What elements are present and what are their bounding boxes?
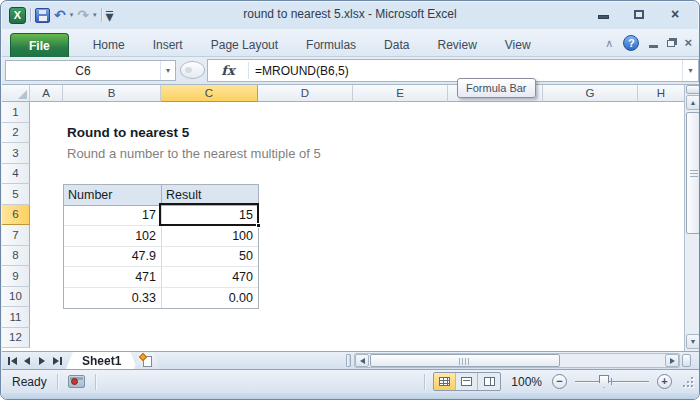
column-header-g[interactable]: G [543,85,638,102]
column-header-a[interactable]: A [30,85,63,102]
minimize-button[interactable] [591,7,615,22]
row-header-9[interactable]: 9 [2,266,30,287]
workbook-close-icon[interactable]: × [684,37,692,49]
header-cell-number[interactable]: Number [64,185,162,206]
tab-scrollbar-splitter[interactable] [346,354,351,367]
row-headers: 1 2 3 4 5 6 7 8 9 10 11 12 [2,102,30,348]
column-header-d[interactable]: D [258,85,353,102]
row-header-11[interactable]: 11 [2,307,30,328]
scroll-right-icon[interactable] [665,354,679,367]
tab-review[interactable]: Review [423,33,490,57]
minimize-ribbon-icon[interactable]: ∧ [605,38,613,49]
vertical-scrollbar[interactable]: ▲ ▼ [684,85,700,351]
formula-bar-splitter[interactable] [180,61,205,79]
zoom-slider[interactable] [575,374,649,389]
workbook-minimize-icon[interactable] [649,45,658,48]
select-all-corner[interactable] [2,85,30,102]
name-box[interactable]: C6 ▾ [5,60,176,81]
zoom-slider-thumb[interactable] [599,375,609,388]
formula-bar-row: C6 ▾ fx =MROUND(B6,5) ▾ [2,57,700,85]
sheet-nav-buttons [5,354,64,368]
resize-grip[interactable] [682,376,694,388]
insert-worksheet-icon [143,356,152,367]
normal-view-button[interactable] [434,373,456,390]
previous-sheet-button[interactable] [20,354,34,368]
expand-formula-bar-icon[interactable]: ▾ [682,60,698,81]
vertical-scrollbar-thumb[interactable] [686,112,700,234]
cell-b8[interactable]: 47.9 [64,247,162,268]
last-sheet-button[interactable] [50,354,64,368]
cell-b9[interactable]: 471 [64,267,162,288]
tab-view[interactable]: View [491,33,545,57]
macro-record-icon[interactable] [68,375,85,388]
status-separator [95,374,96,390]
column-header-h[interactable]: H [638,85,684,102]
excel-window: X ↶ ▾ ↷ ▾ ▾ round to nearest 5.xlsx - Mi… [0,0,700,400]
cell-b6[interactable]: 17 [64,206,162,227]
cell-b7[interactable]: 102 [64,226,162,247]
workbook-window-controls: × [649,37,692,49]
insert-worksheet-button[interactable] [134,353,160,369]
zoom-level-label[interactable]: 100% [511,375,542,389]
help-icon[interactable]: ? [623,35,639,51]
status-bar: Ready 100% − + [2,369,700,393]
row-header-1[interactable]: 1 [2,102,30,123]
status-ready-label: Ready [12,375,47,389]
horizontal-scrollbar-thumb[interactable] [370,354,560,367]
cell-c8[interactable]: 50 [162,247,258,268]
scroll-left-icon[interactable] [355,354,369,367]
cell-c9[interactable]: 470 [162,267,258,288]
vertical-split-box[interactable] [686,85,700,94]
next-sheet-button[interactable] [35,354,49,368]
scroll-down-icon[interactable]: ▼ [686,334,700,349]
page-layout-view-button[interactable] [456,373,478,390]
zoom-in-icon[interactable]: + [657,374,672,389]
row-header-3[interactable]: 3 [2,143,30,164]
worksheet-grid: A B C D E F G H 1 2 3 4 5 6 7 8 9 10 11 … [2,85,684,351]
row-header-8[interactable]: 8 [2,246,30,267]
column-header-c[interactable]: C [161,85,258,102]
row-header-2[interactable]: 2 [2,123,30,144]
close-button[interactable]: × [663,7,687,22]
page-break-view-button[interactable] [478,373,500,390]
horizontal-scrollbar[interactable] [354,353,680,368]
sheet-tab-sheet1[interactable]: Sheet1 [66,352,137,369]
worksheet-title: Round to nearest 5 [67,122,189,143]
ribbon-tab-bar: File Home Insert Page Layout Formulas Da… [2,29,700,57]
column-header-b[interactable]: B [63,85,161,102]
tab-data[interactable]: Data [370,33,423,57]
row-header-4[interactable]: 4 [2,164,30,185]
row-header-12[interactable]: 12 [2,328,30,349]
cell-c10[interactable]: 0.00 [162,288,258,309]
scroll-up-icon[interactable]: ▲ [686,95,700,110]
column-headers: A B C D E F G H [2,85,684,102]
tab-formulas[interactable]: Formulas [292,33,370,57]
name-box-dropdown-icon[interactable]: ▾ [160,61,175,80]
workbook-restore-icon[interactable] [667,40,675,47]
table-row: 0.33 0.00 [64,288,258,309]
insert-function-icon[interactable]: fx [208,63,248,78]
tab-file[interactable]: File [10,33,69,57]
row-header-7[interactable]: 7 [2,225,30,246]
formula-input[interactable]: =MROUND(B6,5) [249,64,682,78]
formula-bar[interactable]: fx =MROUND(B6,5) ▾ [207,59,699,82]
fill-handle[interactable] [256,223,261,228]
sheet-tab-bar: Sheet1 [2,351,700,369]
tab-insert[interactable]: Insert [139,33,197,57]
name-box-value: C6 [6,64,160,78]
horizontal-split-box[interactable] [682,354,691,367]
restore-button[interactable] [627,7,651,22]
tab-page-layout[interactable]: Page Layout [197,33,292,57]
tab-home[interactable]: Home [79,33,139,57]
row-header-10[interactable]: 10 [2,287,30,308]
column-header-e[interactable]: E [353,85,448,102]
selected-cell-outline[interactable] [159,203,259,227]
cell-c7[interactable]: 100 [162,226,258,247]
row-header-5[interactable]: 5 [2,184,30,205]
table-row: 102 100 [64,226,258,247]
row-header-6[interactable]: 6 [2,205,30,226]
zoom-out-icon[interactable]: − [552,374,567,389]
cell-b10[interactable]: 0.33 [64,288,162,309]
title-bar: X ↶ ▾ ↷ ▾ ▾ round to nearest 5.xlsx - Mi… [1,1,699,29]
first-sheet-button[interactable] [5,354,19,368]
